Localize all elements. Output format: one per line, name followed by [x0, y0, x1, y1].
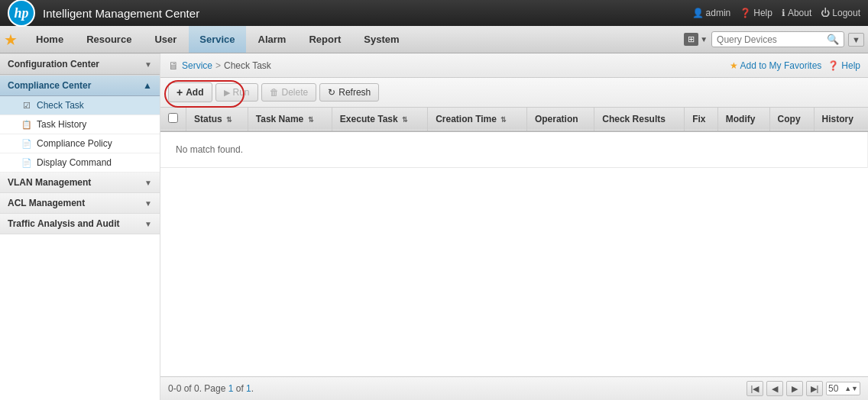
- no-match-row: No match found.: [160, 131, 868, 168]
- add-favorites-link[interactable]: ★ Add to My Favorites: [730, 60, 822, 71]
- last-page-button[interactable]: ▶|: [806, 381, 823, 396]
- compliance-policy-icon: 📄: [21, 138, 32, 149]
- toolbar: + Add ▶ Run 🗑 Delete ↻ Refresh: [160, 78, 868, 108]
- vlan-management-arrow-icon: ▼: [144, 179, 152, 187]
- breadcrumb-help-icon: ❓: [828, 60, 839, 71]
- about-label: About: [788, 8, 811, 18]
- nav-service[interactable]: Service: [189, 26, 245, 53]
- status-sort-icon[interactable]: ⇅: [226, 116, 232, 124]
- acl-management-header[interactable]: ACL Management ▼: [0, 193, 160, 214]
- config-center-arrow-icon: ▼: [144, 60, 152, 69]
- add-icon: +: [177, 86, 183, 98]
- refresh-icon: ↻: [328, 87, 335, 98]
- check-task-table: Status ⇅ Task Name ⇅ Execute Task ⇅ Cr: [160, 108, 868, 168]
- logout-label: Logout: [832, 8, 860, 18]
- first-page-button[interactable]: |◀: [747, 381, 763, 396]
- nav-resource[interactable]: Resource: [76, 26, 142, 53]
- compliance-center-label: Compliance Center: [8, 80, 91, 91]
- check-task-icon: ☑: [21, 100, 32, 111]
- no-match-text: No match found.: [168, 137, 860, 163]
- add-favorites-label: Add to My Favorites: [740, 60, 822, 71]
- page-total: 1: [246, 383, 251, 394]
- page-size-arrow-icon: ▲▼: [844, 385, 858, 392]
- sidebar-item-display-command[interactable]: 📄 Display Command: [0, 153, 160, 173]
- sidebar-item-task-history[interactable]: 📋 Task History: [0, 115, 160, 134]
- task-history-icon: 📋: [21, 119, 32, 130]
- app-title: Intelligent Management Center: [43, 7, 199, 20]
- device-icon-wrapper: ⊞ ▼: [684, 33, 708, 46]
- breadcrumb-help-link[interactable]: ❓ Help: [828, 60, 860, 71]
- th-check-results: Check Results: [594, 108, 685, 131]
- config-center-label: Configuration Center: [8, 59, 99, 69]
- config-center-header[interactable]: Configuration Center ▼: [0, 53, 160, 75]
- help-link[interactable]: ❓ Help: [740, 8, 772, 18]
- top-bar-right: 👤 admin ❓ Help ℹ About ⏻ Logout: [692, 8, 860, 18]
- acl-management-arrow-icon: ▼: [144, 199, 152, 208]
- table-header-row: Status ⇅ Task Name ⇅ Execute Task ⇅ Cr: [160, 108, 868, 131]
- pagination-info: 0-0 of 0. Page 1 of 1.: [168, 383, 254, 394]
- logo-text: hp: [14, 5, 28, 21]
- nav-report[interactable]: Report: [298, 26, 351, 53]
- th-creation-time: Creation Time ⇅: [428, 108, 527, 131]
- nav-system[interactable]: System: [353, 26, 410, 53]
- vlan-management-label: VLAN Management: [8, 177, 91, 188]
- expand-icon[interactable]: ▼: [848, 33, 864, 47]
- breadcrumb-bar: 🖥 Service > Check Task ★ Add to My Favor…: [160, 53, 868, 78]
- sidebar-item-check-task[interactable]: ☑ Check Task: [0, 96, 160, 115]
- sidebar-item-compliance-policy[interactable]: 📄 Compliance Policy: [0, 134, 160, 153]
- page-size-selector[interactable]: 50 ▲▼: [826, 382, 860, 395]
- th-modify: Modify: [717, 108, 769, 131]
- nav-search: ⊞ ▼ 🔍 ▼: [684, 31, 864, 47]
- nav-user[interactable]: User: [144, 26, 187, 53]
- traffic-analysis-label: Traffic Analysis and Audit: [8, 218, 119, 229]
- th-checkbox: [160, 108, 186, 131]
- search-icon[interactable]: 🔍: [827, 34, 839, 45]
- vlan-management-header[interactable]: VLAN Management ▼: [0, 173, 160, 193]
- admin-link[interactable]: 👤 admin: [692, 8, 731, 18]
- nav-home[interactable]: Home: [25, 26, 74, 53]
- star-icon: ★: [730, 60, 738, 71]
- execute-task-sort-icon[interactable]: ⇅: [402, 116, 408, 124]
- th-copy: Copy: [769, 108, 814, 131]
- refresh-button[interactable]: ↻ Refresh: [319, 83, 379, 102]
- run-button[interactable]: ▶ Run: [215, 83, 258, 102]
- task-history-label: Task History: [37, 119, 86, 130]
- select-all-checkbox[interactable]: [168, 113, 178, 123]
- search-input[interactable]: [717, 34, 824, 45]
- th-history: History: [814, 108, 867, 131]
- breadcrumb-actions: ★ Add to My Favorites ❓ Help: [730, 60, 860, 71]
- compliance-center-header[interactable]: Compliance Center ▲: [0, 75, 160, 96]
- favorites-star-icon[interactable]: ★: [4, 31, 18, 49]
- prev-page-button[interactable]: ◀: [766, 381, 783, 396]
- logout-icon: ⏻: [821, 8, 830, 18]
- delete-label: Delete: [282, 87, 309, 98]
- search-box: 🔍: [711, 31, 844, 47]
- about-link[interactable]: ℹ About: [782, 8, 811, 18]
- nav-alarm[interactable]: Alarm: [248, 26, 297, 53]
- top-bar: hp Intelligent Management Center 👤 admin…: [0, 0, 868, 26]
- display-command-label: Display Command: [37, 157, 112, 168]
- check-task-label: Check Task: [37, 100, 84, 111]
- th-task-name: Task Name ⇅: [248, 108, 332, 131]
- breadcrumb-help-label: Help: [841, 60, 860, 71]
- th-fix: Fix: [685, 108, 718, 131]
- run-label: Run: [233, 87, 250, 98]
- page-size-value: 50: [828, 383, 838, 394]
- next-page-button[interactable]: ▶: [786, 381, 803, 396]
- breadcrumb-page-icon: 🖥: [168, 60, 179, 72]
- breadcrumb-current: Check Task: [224, 60, 271, 71]
- nav-bar: ★ Home Resource User Service Alarm Repor…: [0, 26, 868, 53]
- logout-link[interactable]: ⏻ Logout: [821, 8, 860, 18]
- add-button[interactable]: + Add: [168, 82, 212, 102]
- help-icon: ❓: [740, 8, 751, 18]
- device-icon: ⊞: [684, 33, 698, 46]
- table-container: Status ⇅ Task Name ⇅ Execute Task ⇅ Cr: [160, 108, 868, 376]
- breadcrumb-service-link[interactable]: Service: [182, 60, 212, 71]
- delete-icon: 🗑: [270, 87, 279, 98]
- task-name-sort-icon[interactable]: ⇅: [308, 116, 314, 124]
- traffic-analysis-header[interactable]: Traffic Analysis and Audit ▼: [0, 214, 160, 234]
- creation-time-sort-icon[interactable]: ⇅: [500, 116, 507, 124]
- admin-label: admin: [706, 8, 731, 18]
- delete-button[interactable]: 🗑 Delete: [261, 83, 317, 102]
- dropdown-arrow-icon[interactable]: ▼: [700, 35, 708, 44]
